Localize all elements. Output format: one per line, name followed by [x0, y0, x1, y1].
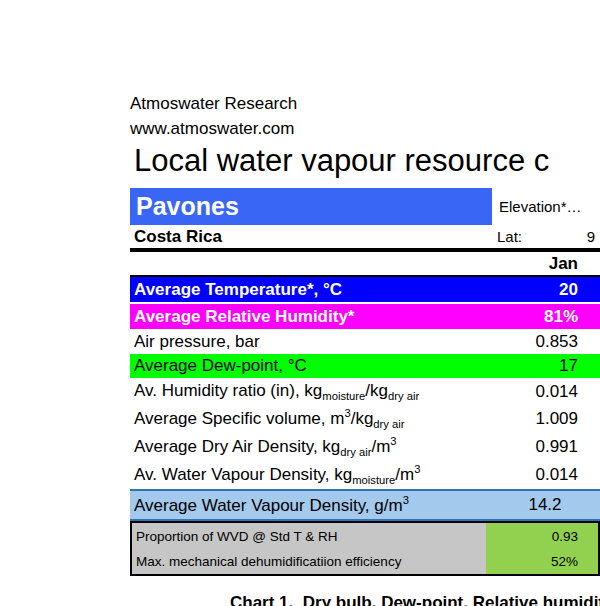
latitude-label: Lat:	[497, 228, 522, 245]
table-row-avg-temperature: Average Temperature*, °C 20	[130, 277, 600, 302]
row-label: Average Dry Air Density, kgdry air/m3	[130, 435, 490, 458]
row-label: Average Specific volume, m3/kgdry air	[130, 407, 490, 430]
row-value: 81%	[490, 307, 600, 327]
derived-metrics-box: Proportion of WVD @ Std T & RH 0.93 Max.…	[130, 521, 600, 576]
document-page: Atmoswater Research www.atmoswater.com L…	[0, 0, 600, 606]
row-label: Max. mechanical dehumidificatiion effici…	[132, 554, 486, 569]
row-label: Air pressure, bar	[130, 332, 490, 352]
country-name: Costa Rica	[130, 227, 490, 247]
table-row-specific-volume: Average Specific volume, m3/kgdry air 1.…	[130, 405, 600, 433]
org-url: www.atmoswater.com	[130, 116, 297, 141]
org-name: Atmoswater Research	[130, 91, 297, 116]
latitude-cell: Lat: 9	[490, 228, 600, 245]
table-row-wvd-proportion: Proportion of WVD @ Std T & RH 0.93	[132, 523, 598, 549]
table-row-avg-dew-point: Average Dew-point, °C 17	[130, 354, 600, 378]
location-banner: Pavones	[130, 188, 492, 225]
table-row-humidity-ratio: Av. Humidity ratio (in), kgmoisture/kgdr…	[130, 378, 600, 405]
table-row-water-vapour-density-g: Average Water Vapour Density, g/m3 14.2	[130, 489, 600, 521]
row-value: 0.991	[490, 437, 600, 457]
latitude-value: 9	[587, 228, 595, 245]
data-table: Pavones Elevation*… Costa Rica Lat: 9 Ja…	[130, 188, 600, 576]
row-value: 0.93	[486, 523, 598, 549]
row-value: 0.014	[490, 382, 600, 402]
row-value: 52%	[486, 549, 598, 574]
row-label: Av. Water Vapour Density, kgmoisture/m3	[130, 463, 490, 486]
table-row-air-pressure: Air pressure, bar 0.853	[130, 329, 600, 354]
row-label: Average Dew-point, °C	[130, 356, 490, 376]
elevation-label: Elevation*…	[492, 198, 600, 215]
page-title: Local water vapour resource c	[134, 143, 549, 179]
row-label: Average Relative Humidity*	[130, 307, 490, 327]
row-label: Average Water Vapour Density, g/m3	[130, 494, 490, 516]
row-label: Av. Humidity ratio (in), kgmoisture/kgdr…	[130, 381, 490, 402]
month-header-row: Jan	[130, 252, 600, 277]
row-value: 0.853	[490, 332, 600, 352]
month-header-jan: Jan	[490, 254, 600, 274]
row-value: 1.009	[490, 409, 600, 429]
row-value: 17	[490, 356, 600, 376]
table-row-avg-relative-humidity: Average Relative Humidity* 81%	[130, 304, 600, 329]
chart-caption: Chart 1. Dry bulb, Dew-point, Relative h…	[230, 593, 600, 606]
table-row-water-vapour-density-kg: Av. Water Vapour Density, kgmoisture/m3 …	[130, 461, 600, 489]
row-value: 0.014	[490, 465, 600, 485]
table-row-dry-air-density: Average Dry Air Density, kgdry air/m3 0.…	[130, 433, 600, 461]
country-row: Costa Rica Lat: 9	[130, 225, 600, 252]
row-label: Average Temperature*, °C	[130, 280, 490, 300]
location-name: Pavones	[130, 192, 239, 221]
table-row-dehumidification-efficiency: Max. mechanical dehumidificatiion effici…	[132, 549, 598, 574]
row-value: 14.2	[490, 495, 600, 515]
location-banner-row: Pavones Elevation*…	[130, 188, 600, 225]
row-value: 20	[490, 280, 600, 300]
org-block: Atmoswater Research www.atmoswater.com	[130, 91, 297, 141]
row-label: Proportion of WVD @ Std T & RH	[132, 529, 486, 544]
